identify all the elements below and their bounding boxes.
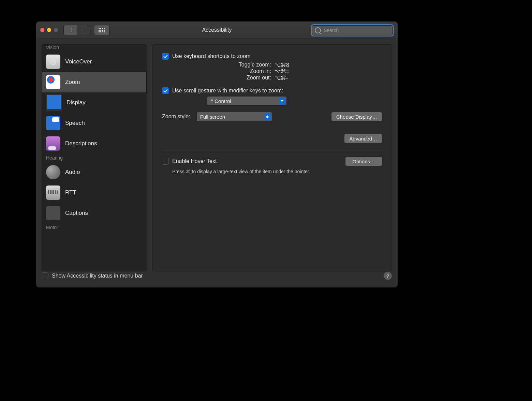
- sidebar: Vision ◎ VoiceOver Zoom Display Speech D…: [42, 44, 147, 271]
- zoom-in-value: ⌥⌘=: [275, 68, 289, 75]
- back-button[interactable]: 〈: [63, 25, 77, 35]
- sidebar-item-zoom[interactable]: Zoom: [42, 72, 146, 92]
- nav-buttons: 〈 〉: [63, 25, 90, 35]
- toggle-zoom-label: Toggle zoom:: [162, 62, 275, 68]
- zoom-window-icon: [54, 28, 58, 32]
- advanced-button[interactable]: Advanced…: [344, 134, 382, 143]
- sidebar-section-motor: Motor: [42, 223, 146, 232]
- sidebar-item-rtt[interactable]: RTT: [42, 182, 146, 203]
- kbd-shortcuts-checkbox[interactable]: [162, 53, 169, 60]
- minimize-icon[interactable]: [47, 28, 51, 32]
- zoom-style-value: Full screen: [200, 114, 225, 120]
- chevron-right-icon: 〉: [81, 27, 86, 33]
- captions-icon: [46, 206, 60, 220]
- zoom-in-label: Zoom in:: [162, 68, 275, 75]
- zoom-icon: [46, 75, 60, 89]
- chevron-down-icon: [279, 97, 285, 105]
- footer: Show Accessibility status in menu bar ?: [42, 268, 392, 284]
- hover-hint: Press ⌘ to display a large-text view of …: [172, 169, 382, 174]
- scroll-gesture-label: Use scroll gesture with modifier keys to…: [172, 88, 283, 94]
- speech-icon: [46, 116, 60, 130]
- grid-icon: [99, 28, 105, 32]
- sidebar-item-voiceover[interactable]: ◎ VoiceOver: [42, 51, 146, 72]
- sidebar-item-label: Captions: [65, 210, 88, 217]
- titlebar: 〈 〉 Accessibility: [36, 21, 398, 39]
- descriptions-icon: [46, 136, 60, 151]
- preferences-window: 〈 〉 Accessibility Vision ◎ VoiceOver Zoo…: [36, 21, 398, 288]
- zoom-out-label: Zoom out:: [162, 75, 275, 81]
- search-icon: [315, 27, 321, 33]
- sidebar-item-captions[interactable]: Captions: [42, 203, 146, 223]
- resize-handle[interactable]: [392, 282, 397, 286]
- close-icon[interactable]: [40, 28, 44, 32]
- up-down-icon: [264, 113, 270, 120]
- sidebar-item-label: Zoom: [65, 79, 80, 86]
- search-input[interactable]: [323, 27, 390, 33]
- choose-display-button[interactable]: Choose Display…: [331, 112, 382, 121]
- sidebar-item-descriptions[interactable]: Descriptions: [42, 133, 146, 154]
- sidebar-item-label: Audio: [65, 169, 80, 176]
- sidebar-item-label: RTT: [65, 189, 76, 196]
- main-pane: Use keyboard shortcuts to zoom Toggle zo…: [152, 44, 392, 271]
- kbd-shortcuts-label: Use keyboard shortcuts to zoom: [172, 53, 250, 59]
- scroll-gesture-checkbox[interactable]: [162, 87, 169, 94]
- hover-text-checkbox[interactable]: [162, 158, 169, 165]
- sidebar-section-hearing: Hearing: [42, 154, 146, 162]
- audio-icon: [46, 165, 60, 179]
- sidebar-item-audio[interactable]: Audio: [42, 162, 146, 182]
- sidebar-section-vision: Vision: [42, 44, 146, 51]
- window-controls: [40, 28, 58, 32]
- search-field[interactable]: [312, 25, 393, 35]
- sidebar-item-speech[interactable]: Speech: [42, 113, 146, 133]
- sidebar-item-display[interactable]: Display: [42, 92, 146, 113]
- help-button[interactable]: ?: [383, 271, 392, 280]
- modifier-select[interactable]: ^ Control: [207, 96, 287, 106]
- divider: [162, 150, 382, 150]
- hover-options-button[interactable]: Options…: [345, 157, 382, 166]
- sidebar-item-label: Speech: [65, 120, 85, 127]
- show-all-button[interactable]: [94, 25, 109, 35]
- show-status-checkbox[interactable]: [42, 272, 48, 279]
- sidebar-item-label: Descriptions: [65, 140, 97, 147]
- forward-button: 〉: [77, 25, 90, 35]
- sidebar-item-label: Display: [66, 99, 86, 106]
- chevron-left-icon: 〈: [68, 27, 73, 33]
- sidebar-item-label: VoiceOver: [65, 58, 92, 65]
- toggle-zoom-value: ⌥⌘8: [275, 62, 289, 68]
- display-icon: [46, 94, 62, 111]
- question-icon: ?: [386, 273, 389, 279]
- voiceover-icon: ◎: [46, 55, 60, 69]
- rtt-icon: [46, 185, 60, 200]
- hover-text-label: Enable Hover Text: [172, 158, 217, 164]
- zoom-style-select[interactable]: Full screen: [196, 112, 272, 121]
- zoom-style-label: Zoom style:: [162, 114, 190, 120]
- kbd-shortcuts-table: Toggle zoom:⌥⌘8 Zoom in:⌥⌘= Zoom out:⌥⌘-: [162, 62, 382, 81]
- zoom-out-value: ⌥⌘-: [275, 75, 288, 81]
- show-status-label: Show Accessibility status in menu bar: [52, 273, 143, 279]
- modifier-value: ^ Control: [211, 98, 231, 104]
